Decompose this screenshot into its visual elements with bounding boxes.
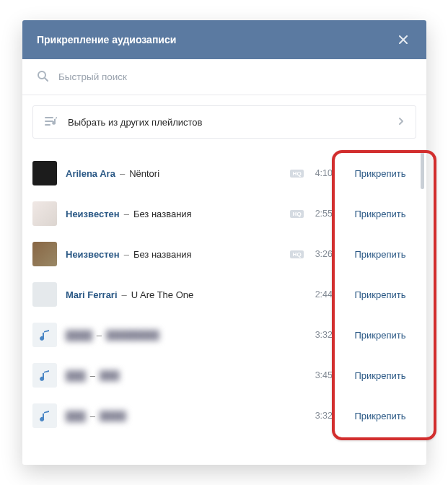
search-row xyxy=(22,59,426,95)
choose-other-playlists[interactable]: Выбрать из других плейлистов xyxy=(32,105,416,139)
svg-rect-4 xyxy=(45,117,53,118)
track-row[interactable]: Неизвестен–Без названияHQ2:55Прикрепить xyxy=(32,193,416,234)
dash: – xyxy=(90,370,95,381)
track-duration: 3:32 xyxy=(309,330,333,340)
tracks-scroll-area[interactable]: Arilena Ara–NëntoriHQ4:10ПрикрепитьНеизв… xyxy=(22,147,426,465)
dash: – xyxy=(97,330,102,341)
dash: – xyxy=(120,168,125,179)
modal-header: Прикрепление аудиозаписи xyxy=(22,20,426,59)
track-artist: ████ xyxy=(66,330,92,341)
search-icon xyxy=(37,70,48,84)
hq-badge: HQ xyxy=(290,210,304,218)
track-duration: 4:10 xyxy=(309,168,333,178)
track-info: ███–███ xyxy=(66,370,309,381)
hq-badge: HQ xyxy=(290,250,304,258)
track-info: Mari Ferrari–U Are The One xyxy=(66,289,309,300)
attach-button[interactable]: Прикрепить xyxy=(344,168,416,179)
track-duration: 2:44 xyxy=(309,289,333,300)
attach-button[interactable]: Прикрепить xyxy=(344,370,416,381)
track-row[interactable]: Неизвестен–Без названияHQ3:26Прикрепить xyxy=(32,234,416,274)
tracks-list: Arilena Ara–NëntoriHQ4:10ПрикрепитьНеизв… xyxy=(22,147,426,436)
attach-button[interactable]: Прикрепить xyxy=(344,330,416,341)
track-art xyxy=(32,363,57,388)
track-title: ████ xyxy=(100,411,126,421)
svg-rect-5 xyxy=(45,121,53,122)
track-duration: 2:55 xyxy=(309,209,333,219)
attach-button[interactable]: Прикрепить xyxy=(344,209,416,219)
dash: – xyxy=(122,289,127,300)
track-artist: Неизвестен xyxy=(66,249,120,260)
chevron-right-icon xyxy=(398,117,404,128)
track-art xyxy=(32,323,57,347)
track-art xyxy=(32,282,57,307)
track-artist: Mari Ferrari xyxy=(66,289,118,300)
track-title: Без названия xyxy=(133,209,192,219)
track-art xyxy=(32,161,57,185)
track-artist: ███ xyxy=(66,411,86,421)
track-title: Nëntori xyxy=(129,168,159,179)
track-row[interactable]: ███–███3:45Прикрепить xyxy=(32,355,416,396)
svg-rect-6 xyxy=(45,124,50,126)
track-title: ████████ xyxy=(106,330,159,341)
track-duration: 3:32 xyxy=(309,411,333,421)
track-info: ████–████████ xyxy=(66,330,309,341)
track-art xyxy=(32,403,57,428)
track-duration: 3:45 xyxy=(309,370,333,380)
track-info: ███–████ xyxy=(66,411,309,421)
track-artist: Неизвестен xyxy=(66,209,120,219)
dash: – xyxy=(124,249,129,260)
dash: – xyxy=(90,411,95,421)
track-artist: ███ xyxy=(66,370,86,381)
track-artist: Arilena Ara xyxy=(66,168,115,179)
track-title: ███ xyxy=(100,370,120,381)
playlist-picker-label: Выбрать из других плейлистов xyxy=(68,117,398,128)
track-art xyxy=(32,242,57,266)
track-row[interactable]: ███–████3:32Прикрепить xyxy=(32,396,416,436)
modal-title: Прикрепление аудиозаписи xyxy=(37,34,176,45)
svg-line-3 xyxy=(45,78,48,81)
attach-button[interactable]: Прикрепить xyxy=(344,411,416,421)
track-row[interactable]: Mari Ferrari–U Are The One2:44Прикрепить xyxy=(32,274,416,315)
attach-button[interactable]: Прикрепить xyxy=(344,249,416,260)
track-info: Неизвестен–Без названия xyxy=(66,249,290,260)
track-title: Без названия xyxy=(133,249,192,260)
search-input[interactable] xyxy=(58,71,412,82)
attach-audio-modal: Прикрепление аудиозаписи Выбрать из друг… xyxy=(22,20,426,465)
track-duration: 3:26 xyxy=(309,249,333,259)
track-art xyxy=(32,201,57,226)
hq-badge: HQ xyxy=(290,170,304,178)
track-info: Неизвестен–Без названия xyxy=(66,209,290,219)
dash: – xyxy=(124,209,129,219)
scrollbar-thumb[interactable] xyxy=(421,152,424,189)
playlist-icon xyxy=(45,115,58,129)
track-row[interactable]: Arilena Ara–NëntoriHQ4:10Прикрепить xyxy=(32,153,416,193)
track-title: U Are The One xyxy=(131,289,193,300)
attach-button[interactable]: Прикрепить xyxy=(344,289,416,300)
track-info: Arilena Ara–Nëntori xyxy=(66,168,290,179)
close-icon[interactable] xyxy=(395,31,412,48)
track-row[interactable]: ████–████████3:32Прикрепить xyxy=(32,315,416,355)
